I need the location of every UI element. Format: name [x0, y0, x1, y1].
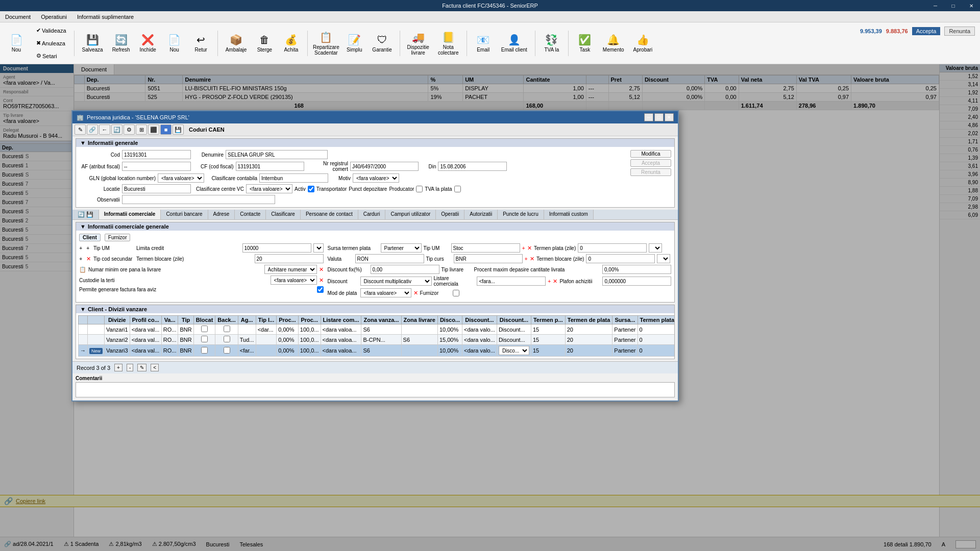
termen-plata-input[interactable]: [578, 243, 647, 253]
furnizor-tab-btn[interactable]: Furnizor: [105, 234, 131, 241]
email-btn[interactable]: 📧 Email: [471, 31, 496, 55]
table-row-selected[interactable]: → New Vanzari3 <dara val... RO... BNR <f…: [79, 345, 675, 357]
salveaza-btn[interactable]: 💾 Salveaza: [79, 31, 107, 55]
aprobari-btn[interactable]: 👍 Aprobari: [630, 31, 656, 55]
producator-checkbox[interactable]: [416, 186, 423, 192]
modal-tool-link[interactable]: 🔗: [87, 124, 98, 135]
collapse-divizii[interactable]: ▼: [80, 306, 86, 312]
collapse-comerciale[interactable]: ▼: [80, 223, 86, 230]
menu-informatii[interactable]: Informatii suplimentare: [72, 11, 139, 22]
modal-tab-adrese[interactable]: Adrese: [208, 210, 235, 219]
valuta-input[interactable]: [355, 254, 424, 263]
minimize-btn[interactable]: ─: [926, 0, 944, 11]
cf-input[interactable]: [236, 162, 305, 171]
modal-close[interactable]: ✕: [665, 113, 674, 121]
accept-badge[interactable]: Accepta: [912, 27, 941, 35]
achita-btn[interactable]: 💰 Achita: [279, 31, 303, 55]
listare-input[interactable]: [477, 277, 546, 286]
activ-checkbox[interactable]: [308, 186, 314, 192]
modal-tab-autorizatii[interactable]: Autorizatii: [464, 210, 498, 219]
modal-tool-save[interactable]: 💾: [173, 124, 184, 135]
garantie-btn[interactable]: 🛡 Garantie: [369, 32, 395, 55]
modal-tool-back[interactable]: ←: [99, 124, 110, 135]
nr-registrul-input[interactable]: [350, 162, 419, 171]
window-controls[interactable]: ─ □ ✕: [926, 0, 980, 11]
clasif-vc-select[interactable]: <fara valoare>: [246, 184, 292, 193]
discount-select[interactable]: Discount multiplicativ: [360, 277, 432, 286]
modal-tool-refresh[interactable]: 🔄: [111, 124, 122, 135]
tva-plata-checkbox[interactable]: [454, 186, 461, 192]
clasif-cont-input[interactable]: [259, 173, 328, 183]
nota-colectare-btn[interactable]: 📒 Nota colectare: [434, 29, 462, 58]
modal-tool-grid[interactable]: ⊞: [136, 124, 147, 135]
gln-select[interactable]: <fara valoare>: [158, 173, 204, 183]
modal-tab-comerciale[interactable]: Informatii comerciale: [99, 210, 161, 219]
retur-btn[interactable]: ↩ Retur: [189, 31, 213, 55]
furnizor-checkbox[interactable]: [453, 290, 459, 296]
nou-button[interactable]: 📄 Nou: [4, 31, 29, 55]
anuleaza-btn[interactable]: ✖ Anuleaza: [33, 37, 69, 49]
refresh-btn[interactable]: 🔄 Refresh: [109, 31, 134, 55]
repartizare-btn[interactable]: 📋 Repartizare Scadentar: [312, 29, 340, 58]
table-row[interactable]: Vanzari2 <dara val... RO... BNR Tud... 0…: [79, 335, 675, 345]
motiv-select[interactable]: <fara valoare>: [353, 173, 399, 183]
email-client-btn[interactable]: 👤 Email client: [498, 31, 531, 55]
mod-plata-select[interactable]: Achitare numerar: [264, 265, 317, 274]
modal-tab-clasificare[interactable]: Clasificare: [266, 210, 301, 219]
table-row[interactable]: Vanzari1 <dara val... RO... BNR <dar... …: [79, 324, 675, 335]
accepta-btn[interactable]: Accepta: [630, 159, 671, 167]
tva-la-btn[interactable]: 💱 TVA la: [540, 31, 564, 55]
modal-tool-settings[interactable]: ⚙: [124, 124, 135, 135]
disc3-select[interactable]: Disco...: [499, 346, 529, 355]
termen-blocare-input[interactable]: [255, 254, 324, 263]
modal-window-controls[interactable]: ─ □ ✕: [644, 113, 674, 121]
modal-tab-conturi[interactable]: Conturi bancare: [161, 210, 208, 219]
denumire-input[interactable]: [226, 150, 328, 159]
modal-tool-square[interactable]: ⬛: [148, 124, 159, 135]
modal-tab-carduri[interactable]: Carduri: [358, 210, 386, 219]
modal-tool-blue[interactable]: ■: [160, 124, 172, 135]
ambalaje-btn[interactable]: 📦 Ambalaje: [222, 31, 251, 55]
modifica-btn[interactable]: Modifica: [630, 150, 671, 158]
nav-edit[interactable]: ✎: [137, 364, 146, 371]
modal-overlay[interactable]: 🏢 Persoana juridica - 'SELENA GRUP SRL' …: [0, 64, 980, 551]
tip-curs-input[interactable]: [454, 254, 523, 263]
termen-blocare2-input[interactable]: [586, 254, 655, 263]
tip-um-right-input[interactable]: [451, 243, 520, 253]
setari-btn[interactable]: ⚙ Setari: [33, 50, 63, 62]
renunta-badge[interactable]: Renunta: [944, 27, 975, 36]
task-btn[interactable]: ✅ Task: [573, 31, 597, 55]
dispozitie-btn[interactable]: 🚚 Dispozitie livrare: [404, 29, 432, 58]
observatii-input[interactable]: [122, 195, 275, 204]
modal-minimize[interactable]: ─: [644, 113, 653, 121]
discount-fix-input[interactable]: [371, 265, 439, 274]
inchide-btn[interactable]: ❌ Inchide: [136, 31, 160, 55]
sterge-btn[interactable]: 🗑 Sterge: [252, 32, 277, 55]
close-btn[interactable]: ✕: [962, 0, 980, 11]
modal-tab-puncte[interactable]: Puncte de lucru: [498, 210, 544, 219]
menu-document[interactable]: Document: [0, 11, 36, 22]
modal-tab-toolbar[interactable]: 🔄 💾: [72, 210, 99, 219]
din-input[interactable]: [438, 162, 507, 171]
comentarii-textarea[interactable]: [76, 382, 675, 397]
nav-add[interactable]: +: [114, 364, 122, 371]
nav-remove[interactable]: -: [127, 364, 133, 371]
collapse-icon[interactable]: ▼: [80, 140, 86, 146]
modal-tab-informatii-custom[interactable]: Informatii custom: [544, 210, 594, 219]
mod-plata-clear[interactable]: ✕: [319, 266, 324, 273]
nav-prev[interactable]: <: [151, 364, 159, 371]
nou-toolbar-btn[interactable]: 📄 Nou: [162, 31, 187, 55]
restore-btn[interactable]: □: [944, 0, 962, 11]
modal-tab-operatii[interactable]: Operatii: [436, 210, 464, 219]
permite-checkbox[interactable]: [317, 286, 324, 293]
custodie-select[interactable]: <fara valoare>: [271, 276, 317, 285]
memento-btn[interactable]: 🔔 Memento: [599, 31, 628, 55]
custodie-clear[interactable]: ✕: [319, 277, 324, 284]
sursa-termen-select[interactable]: Partener: [381, 243, 422, 253]
menu-operatiuni[interactable]: Operatiuni: [36, 11, 72, 22]
renunta-modal-btn[interactable]: Renunta: [630, 168, 671, 176]
plafon-input[interactable]: [602, 277, 671, 286]
modal-tab-campuri[interactable]: Campuri utilizator: [385, 210, 436, 219]
client-tab-btn[interactable]: Client: [79, 234, 101, 241]
modal-tool-edit[interactable]: ✎: [75, 124, 86, 135]
